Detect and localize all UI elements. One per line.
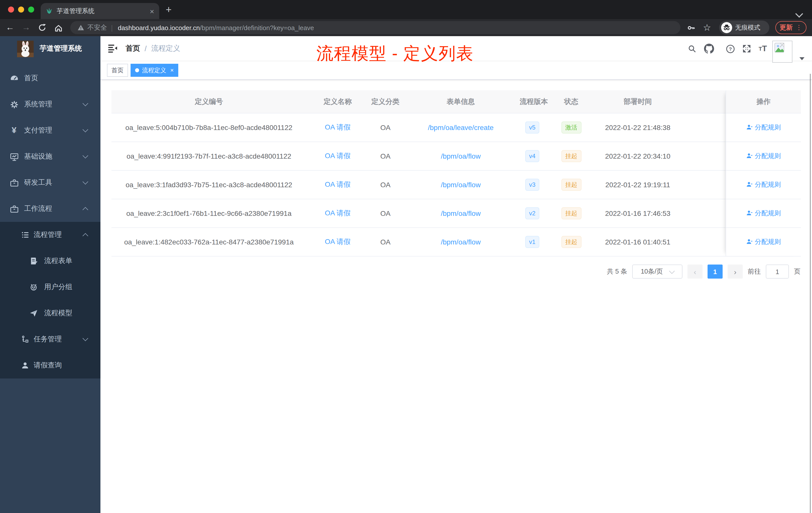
assign-rule-button[interactable]: 分配规则 (746, 237, 781, 246)
table-row: oa_leave:3:1fad3d93-7b75-11ec-a3c8-acde4… (112, 171, 801, 199)
search-icon[interactable] (687, 44, 697, 54)
broken-image-icon (774, 42, 785, 53)
sidebar-item-process-management[interactable]: 流程管理 (0, 222, 100, 248)
update-label: 更新 (780, 23, 793, 32)
breadcrumb-home[interactable]: 首页 (125, 44, 140, 53)
gear-icon (9, 99, 19, 110)
sidebar-item-workflow[interactable]: 工作流程 (0, 196, 100, 222)
deploy-time: 2022-01-22 21:48:38 (598, 123, 678, 131)
tag-label: 首页 (112, 64, 123, 76)
sidebar-item-home[interactable]: 首页 (0, 65, 100, 91)
status-badge: 挂起 (561, 207, 581, 219)
action-label: 分配规则 (755, 209, 781, 218)
sidebar-item-task-management[interactable]: 任务管理 (0, 326, 100, 352)
sidebar-item-leave-query[interactable]: 请假查询 (0, 352, 100, 379)
action-label: 分配规则 (755, 237, 781, 246)
column-header: 定义编号 (112, 97, 306, 106)
reload-icon[interactable] (37, 23, 47, 33)
avatar-dropdown-caret-icon[interactable] (800, 57, 805, 60)
help-icon[interactable]: ? (725, 44, 735, 54)
status-badge: 激活 (561, 121, 581, 133)
back-icon[interactable]: ← (5, 23, 15, 33)
definition-name-link[interactable]: OA 请假 (306, 209, 369, 218)
chevron-down-icon (83, 179, 88, 185)
action-label: 分配规则 (755, 152, 781, 161)
forward-icon[interactable]: → (21, 23, 31, 33)
sidebar: 芋道管理系统 首页 系统管理 ¥ 支付 (0, 36, 100, 513)
column-header-actions: 操作 (726, 97, 801, 106)
browser-tab[interactable]: 芋道管理系统 × (41, 3, 159, 19)
maximize-window-button[interactable] (28, 6, 34, 12)
sidebar-item-label: 流程表单 (44, 256, 72, 266)
url-divider: | (111, 24, 113, 32)
page-size-value: 10条/页 (641, 267, 663, 276)
form-link[interactable]: /bpm/oa/flow (402, 238, 520, 246)
screen: 芋道管理系统 × + ← → 不安全 | dashboard.yudao.ioc… (0, 0, 812, 513)
prev-page-button[interactable]: ‹ (688, 265, 702, 279)
window-controls[interactable] (8, 6, 34, 12)
assign-rule-button[interactable]: 分配规则 (746, 209, 781, 218)
page-size-select[interactable]: 10条/页 (632, 265, 683, 279)
bookmark-star-icon[interactable]: ☆ (702, 23, 712, 33)
annotation-title: 流程模型 - 定义列表 (316, 42, 473, 65)
goto-page-input[interactable] (766, 265, 789, 279)
sidebar-item-payment[interactable]: ¥ 支付管理 (0, 117, 100, 144)
tag-label: 流程定义 (142, 64, 166, 76)
chevron-down-icon (83, 127, 88, 132)
definition-name-link[interactable]: OA 请假 (306, 180, 369, 189)
sidebar-item-process-form[interactable]: 流程表单 (0, 248, 100, 274)
sidebar-item-process-model[interactable]: 流程模型 (0, 300, 100, 326)
app-title: 芋道管理系统 (40, 44, 82, 53)
fullscreen-icon[interactable] (742, 44, 752, 54)
version-tag: v2 (525, 207, 539, 219)
browser-menu-kebab-icon[interactable]: ⋮ (796, 25, 802, 30)
sidebar-item-system[interactable]: 系统管理 (0, 91, 100, 117)
home-icon[interactable] (53, 23, 63, 33)
tab-close-icon[interactable]: × (150, 7, 154, 15)
form-link[interactable]: /bpm/oa/flow (402, 209, 520, 217)
browser-update-button[interactable]: 更新 ⋮ (775, 21, 807, 34)
definition-table: 定义编号 定义名称 定义分类 表单信息 流程版本 状态 部署时间 操作 oa_l… (112, 90, 801, 256)
sidebar-item-label: 任务管理 (34, 335, 62, 344)
password-key-icon[interactable] (686, 23, 696, 33)
sidebar-item-label: 研发工具 (24, 178, 52, 187)
tab-search-chevron-icon[interactable] (795, 10, 803, 18)
table-header-row: 定义编号 定义名称 定义分类 表单信息 流程版本 状态 部署时间 操作 (112, 90, 801, 114)
form-link[interactable]: /bpm/oa/flow (402, 152, 520, 160)
sidebar-fold-icon[interactable] (108, 43, 117, 53)
paper-plane-icon (29, 308, 39, 318)
chevron-down-icon (669, 268, 675, 274)
table-row: oa_leave:1:482ec033-762a-11ec-8477-a2380… (112, 228, 801, 256)
tag-close-icon[interactable]: × (170, 67, 174, 73)
assign-rule-button[interactable]: 分配规则 (746, 152, 781, 161)
status-badge: 挂起 (561, 150, 581, 162)
sidebar-item-dev-tools[interactable]: 研发工具 (0, 170, 100, 196)
sidebar-item-user-group[interactable]: 用户分组 (0, 274, 100, 300)
version-tag: v3 (525, 179, 539, 191)
definition-name-link[interactable]: OA 请假 (306, 123, 369, 132)
form-link[interactable]: /bpm/oa/leave/create (402, 123, 520, 131)
definition-name-link[interactable]: OA 请假 (306, 237, 369, 246)
tag-home[interactable]: 首页 (107, 64, 128, 77)
font-size-icon[interactable]: TT (758, 44, 768, 54)
next-page-button[interactable]: › (728, 265, 743, 279)
main-area: 首页 / 流程定义 ? TT (100, 36, 812, 513)
form-link[interactable]: /bpm/oa/flow (402, 181, 520, 189)
new-tab-button[interactable]: + (166, 4, 172, 16)
assign-rule-button[interactable]: 分配规则 (746, 180, 781, 189)
current-page[interactable]: 1 (707, 265, 723, 279)
minimize-window-button[interactable] (18, 6, 24, 12)
avatar[interactable] (772, 41, 792, 63)
sidebar-item-infrastructure[interactable]: 基础设施 (0, 144, 100, 170)
address-bar[interactable]: 不安全 | dashboard.yudao.iocoder.cn/bpm/man… (70, 21, 680, 34)
tag-process-definition[interactable]: 流程定义 × (130, 64, 178, 77)
scrollbar[interactable] (810, 74, 811, 513)
definition-name-link[interactable]: OA 请假 (306, 152, 369, 161)
github-icon[interactable] (704, 44, 714, 54)
tree-flow-icon (20, 334, 30, 344)
security-label: 不安全 (87, 23, 107, 32)
close-window-button[interactable] (8, 6, 14, 12)
assign-rule-button[interactable]: 分配规则 (746, 123, 781, 132)
sidebar-logo[interactable]: 芋道管理系统 (0, 36, 100, 61)
sidebar-menu: 首页 系统管理 ¥ 支付管理 (0, 61, 100, 379)
